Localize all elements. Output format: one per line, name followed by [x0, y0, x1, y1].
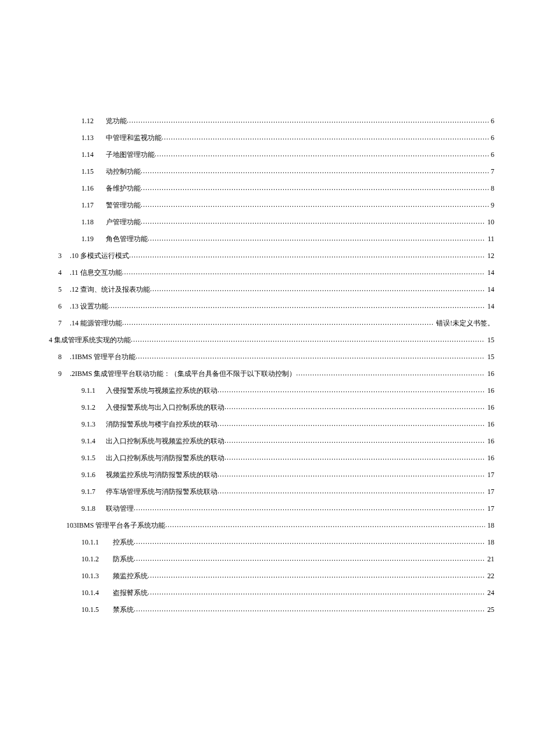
toc-entry-title: 联动管理: [106, 504, 134, 514]
toc-entry-title: 4 集成管理系统实现的功能: [49, 335, 131, 345]
toc-entry-title: 出入口控制系统与视频监控系统的联动: [106, 436, 224, 446]
toc-leader-dots: [224, 453, 485, 460]
toc-leader-dots: [150, 285, 485, 292]
toc-leader-dots: [165, 521, 485, 528]
toc-entry-number: 10.1.3: [81, 572, 113, 581]
toc-leader-dots: [217, 487, 485, 494]
toc-leader-dots: [148, 571, 485, 578]
toc-entry-page: 18: [485, 538, 494, 547]
toc-entry: 10.1.1控系统18: [41, 538, 494, 547]
toc-entry-number: 10.1.1: [81, 538, 113, 547]
toc-entry-number: 5: [58, 285, 70, 294]
toc-entry: 7.14 能源管理功能错误!未定义书签。: [41, 318, 494, 328]
toc-leader-dots: [131, 335, 485, 342]
toc-entry-page: 16: [485, 370, 494, 378]
toc-entry-title: .10 多模式运行模式: [70, 251, 129, 261]
toc-entry-page: 24: [485, 589, 494, 597]
toc-entry: 10.1.3频监控系统22: [41, 571, 494, 581]
toc-entry-number: 9.1.3: [81, 420, 106, 429]
toc-entry-number: 9.1.5: [81, 454, 106, 463]
toc-entry-title: 户管理功能: [106, 217, 141, 227]
toc-entry: 9.1.3消防报警系统与楼宇自控系统的联动16: [41, 420, 494, 429]
toc-entry: 9.1.2入侵报警系统与出入口控制系统的联动16: [41, 403, 494, 413]
toc-entry: 103IBMS 管理平台各子系统功能18: [41, 521, 494, 531]
toc-entry-page: 16: [485, 386, 494, 395]
toc-entry-page: 7: [488, 167, 494, 176]
toc-entry-page: 16: [485, 403, 494, 412]
toc-entry-page: 17: [485, 504, 494, 513]
toc-entry-page: 11: [485, 235, 494, 243]
toc-leader-dots: [127, 116, 488, 123]
toc-entry-page: 错误!未定义书签。: [434, 318, 494, 328]
toc-entry: 9.2IBMS 集成管理平台联动功能：（集成平台具备但不限于以下联动控制）16: [41, 369, 494, 379]
toc-entry-title: .12 查询、统计及报表功能: [70, 285, 150, 295]
toc-entry-page: 16: [485, 437, 494, 446]
toc-entry-title: 103IBMS 管理平台各子系统功能: [66, 521, 165, 531]
toc-leader-dots: [296, 369, 485, 376]
toc-entry-page: 15: [485, 353, 494, 361]
toc-entry: 1.16备维护功能8: [41, 184, 494, 194]
toc-entry-page: 14: [485, 268, 494, 277]
toc-entry-title: 视频监控系统与消防报警系统的联动: [106, 470, 217, 480]
toc-entry-number: 10.1.5: [81, 605, 113, 614]
toc-entry: 9.1.8联动管理17: [41, 504, 494, 514]
toc-entry-number: 1.16: [81, 184, 106, 193]
toc-entry: 8.1IBMS 管理平台功能15: [41, 352, 494, 362]
toc-entry: 5.12 查询、统计及报表功能14: [41, 285, 494, 295]
toc-entry-page: 17: [485, 471, 494, 479]
toc-entry-page: 22: [485, 572, 494, 581]
toc-entry-title: 停车场管理系统与消防报警系统联动: [106, 487, 217, 497]
toc-entry: 10.1.4盗报瞽系统24: [41, 588, 494, 598]
toc-entry-number: 9.1.2: [81, 403, 106, 412]
toc-entry-number: 9.1.6: [81, 471, 106, 479]
toc-entry-title: 子地图管理功能: [106, 150, 155, 160]
toc-entry-title: 出入口控制系统与消防报警系统的联动: [106, 453, 224, 463]
toc-entry-title: .11 信息交互功能: [70, 268, 122, 278]
toc-leader-dots: [134, 605, 485, 612]
toc-leader-dots: [148, 588, 485, 595]
table-of-contents: 1.12览功能61.13中管理和监视功能61.14子地图管理功能61.15动控制…: [41, 116, 494, 615]
toc-leader-dots: [135, 352, 485, 359]
toc-entry: 1.17警管理功能9: [41, 200, 494, 210]
toc-entry-title: 消防报警系统与楼宇自控系统的联动: [106, 420, 217, 429]
toc-entry-number: 9.1.1: [81, 386, 106, 395]
toc-leader-dots: [141, 184, 488, 191]
toc-entry-page: 14: [485, 285, 494, 294]
toc-entry-number: 1.13: [81, 134, 106, 142]
toc-entry-number: 9.1.7: [81, 488, 106, 496]
toc-entry-number: 1.17: [81, 201, 106, 210]
toc-entry-title: 备维护功能: [106, 184, 141, 194]
toc-entry-page: 14: [485, 302, 494, 311]
toc-entry-page: 8: [488, 184, 494, 193]
toc-entry-number: 1.19: [81, 235, 106, 243]
toc-entry-number: 10.1.2: [81, 555, 113, 564]
toc-entry: 9.1.6视频监控系统与消防报警系统的联动17: [41, 470, 494, 480]
toc-entry-title: 频监控系统: [113, 571, 148, 581]
toc-leader-dots: [224, 403, 485, 410]
toc-entry: 9.1.4出入口控制系统与视频监控系统的联动16: [41, 436, 494, 446]
toc-leader-dots: [134, 504, 485, 511]
toc-entry-title: 入侵报警系统与视频监控系统的联动: [106, 386, 217, 396]
toc-entry-number: 1.12: [81, 117, 106, 126]
toc-leader-dots: [141, 167, 488, 174]
toc-entry-number: 8: [58, 353, 70, 361]
toc-leader-dots: [224, 436, 485, 443]
toc-entry: 1.15动控制功能7: [41, 167, 494, 177]
toc-entry-number: 1.18: [81, 218, 106, 227]
toc-entry-page: 6: [488, 117, 494, 126]
toc-entry-title: 动控制功能: [106, 167, 141, 177]
toc-entry-number: 1.15: [81, 167, 106, 176]
toc-leader-dots: [134, 538, 485, 544]
toc-entry: 4 集成管理系统实现的功能15: [41, 335, 494, 345]
toc-leader-dots: [129, 251, 485, 258]
toc-entry: 1.18户管理功能10: [41, 217, 494, 227]
toc-entry: 9.1.1入侵报警系统与视频监控系统的联动16: [41, 386, 494, 396]
toc-entry-page: 15: [485, 336, 494, 345]
toc-entry-page: 16: [485, 454, 494, 463]
toc-entry-number: 9.1.4: [81, 437, 106, 446]
page: 1.12览功能61.13中管理和监视功能61.14子地图管理功能61.15动控制…: [0, 0, 535, 756]
toc-entry: 9.1.7停车场管理系统与消防报警系统联动17: [41, 487, 494, 497]
toc-entry-number: 7: [58, 319, 70, 328]
toc-entry: 4.11 信息交互功能14: [41, 268, 494, 278]
toc-entry: 3.10 多模式运行模式12: [41, 251, 494, 261]
